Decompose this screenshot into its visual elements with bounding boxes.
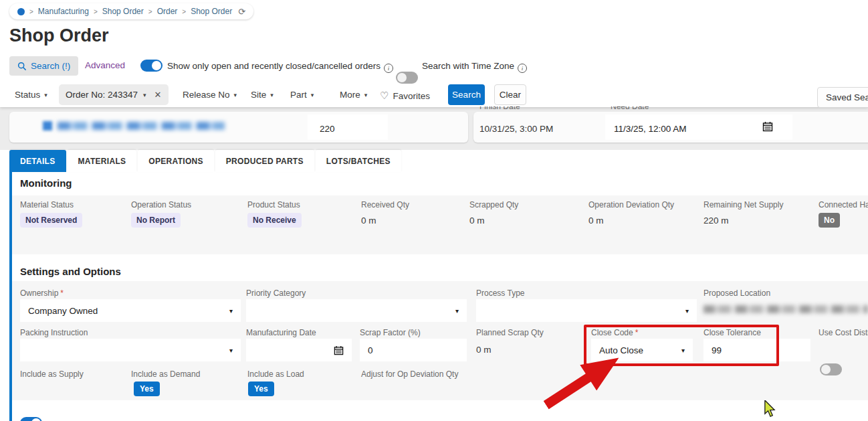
chevron-right-icon: > xyxy=(148,8,152,15)
tab-bar: DETAILS MATERIALS OPERATIONS PRODUCED PA… xyxy=(9,150,401,172)
calendar-icon[interactable] xyxy=(762,121,773,132)
breadcrumb-item-shop-order-2[interactable]: Shop Order xyxy=(191,7,232,16)
connected-handling-label: Connected Ha xyxy=(819,200,868,209)
toggle-knob xyxy=(397,73,407,82)
chevron-down-icon: ▾ xyxy=(234,92,237,98)
toggle-knob xyxy=(31,418,41,421)
info-icon[interactable]: i xyxy=(518,64,527,73)
app-logo-icon[interactable] xyxy=(17,8,25,15)
connected-handling-badge: No xyxy=(819,213,840,228)
clear-button[interactable]: Clear xyxy=(494,84,526,105)
chevron-down-icon: ▾ xyxy=(229,347,233,354)
chevron-down-icon: ▾ xyxy=(681,347,685,354)
chevron-down-icon: ▾ xyxy=(311,92,314,98)
filter-order-chip-label: Order No: 243347 xyxy=(66,90,138,100)
breadcrumb-item-manufacturing[interactable]: Manufacturing xyxy=(38,7,89,16)
toggle-knob xyxy=(152,61,161,70)
finish-date-label: Finish Date xyxy=(479,106,540,112)
operation-status-label: Operation Status xyxy=(131,200,191,209)
timezone-toggle-label: Search with Time Zonei xyxy=(422,61,527,73)
priority-category-select[interactable]: ▾ xyxy=(246,299,467,322)
filter-release-no-dropdown[interactable]: Release No▾ xyxy=(183,90,237,100)
filter-status-dropdown[interactable]: Status▾ xyxy=(15,90,47,100)
close-tolerance-label: Close Tolerance xyxy=(703,328,761,337)
finish-date-value: 10/31/25, 3:00 PM xyxy=(479,124,553,134)
saved-search-button[interactable]: Saved Search xyxy=(817,87,868,108)
adjust-op-deviation-label: Adjust for Op Deviation Qty xyxy=(361,369,458,379)
search-button[interactable]: Search xyxy=(448,84,485,105)
material-status-label: Material Status xyxy=(20,200,74,209)
include-as-demand-label: Include as Demand xyxy=(131,369,200,379)
remaining-net-supply-value: 220 m xyxy=(703,216,729,226)
filter-site-dropdown[interactable]: Site▾ xyxy=(251,90,274,100)
use-cost-distribution-toggle[interactable] xyxy=(820,363,842,375)
tab-lots-batches[interactable]: LOTS/BATCHES xyxy=(316,150,401,172)
breadcrumb-item-shop-order[interactable]: Shop Order xyxy=(102,7,144,16)
advanced-search-link[interactable]: Advanced xyxy=(85,60,125,70)
part-description-redacted[interactable] xyxy=(58,122,225,130)
operation-status-badge: No Report xyxy=(131,213,181,228)
filter-more-dropdown[interactable]: More▾ xyxy=(340,90,367,100)
tab-materials[interactable]: MATERIALS xyxy=(68,150,137,172)
breadcrumb-item-order[interactable]: Order xyxy=(157,7,178,16)
process-type-label: Process Type xyxy=(476,288,524,298)
close-code-select[interactable]: Auto Close▾ xyxy=(591,339,693,361)
open-orders-toggle[interactable] xyxy=(140,60,162,72)
operation-deviation-qty-value: 0 m xyxy=(588,216,604,226)
ownership-select[interactable]: Company Owned▾ xyxy=(20,299,241,322)
info-icon[interactable]: i xyxy=(384,64,393,73)
proposed-location-value-redacted[interactable] xyxy=(703,305,868,313)
chevron-down-icon[interactable]: ▾ xyxy=(143,92,146,98)
qty-value: 220 xyxy=(320,124,335,134)
need-date-label: Need Date xyxy=(611,106,671,112)
process-type-select[interactable]: ▾ xyxy=(476,299,697,322)
filter-order-chip[interactable]: Order No: 243347 ▾ ✕ xyxy=(59,84,169,105)
scrapped-qty-value: 0 m xyxy=(469,216,485,226)
tab-produced-parts[interactable]: PRODUCED PARTS xyxy=(215,150,314,172)
tab-details[interactable]: DETAILS xyxy=(9,150,66,172)
chevron-down-icon: ▾ xyxy=(270,92,274,98)
remaining-net-supply-label: Remaining Net Supply xyxy=(703,200,783,209)
heart-icon: ♡ xyxy=(380,90,389,102)
chevron-down-icon: ▾ xyxy=(44,92,47,98)
packing-instruction-label: Packing Instruction xyxy=(20,328,88,337)
planned-scrap-qty-label: Planned Scrap Qty xyxy=(476,328,544,337)
required-icon: * xyxy=(635,328,639,337)
close-tolerance-input[interactable]: 99 xyxy=(703,339,810,361)
operation-deviation-qty-label: Operation Deviation Qty xyxy=(588,200,674,209)
page-title: Shop Order xyxy=(9,25,109,46)
chevron-down-icon: ▾ xyxy=(229,307,233,315)
chevron-right-icon: > xyxy=(182,8,186,15)
packing-instruction-select[interactable]: ▾ xyxy=(20,339,241,361)
part-icon xyxy=(43,121,52,131)
calendar-icon[interactable] xyxy=(334,345,344,355)
planned-scrap-qty-value: 0 m xyxy=(476,345,492,355)
scrap-factor-input[interactable]: 0 xyxy=(360,339,467,361)
toggle-knob xyxy=(821,365,831,374)
include-as-supply-label: Include as Supply xyxy=(20,369,84,379)
received-qty-label: Received Qty xyxy=(361,200,409,209)
include-as-supply-toggle[interactable] xyxy=(20,417,42,421)
chevron-right-icon: > xyxy=(29,8,33,15)
filter-part-dropdown[interactable]: Part▾ xyxy=(290,90,314,100)
ownership-label: Ownership* xyxy=(20,288,64,298)
include-as-load-badge: Yes xyxy=(248,382,274,396)
proposed-location-label: Proposed Location xyxy=(703,288,770,298)
use-cost-distribution-label: Use Cost Distri xyxy=(819,328,868,337)
close-icon[interactable]: ✕ xyxy=(154,90,162,100)
timezone-toggle[interactable] xyxy=(396,72,418,84)
scrapped-qty-label: Scrapped Qty xyxy=(469,200,518,209)
manufacturing-date-field[interactable] xyxy=(246,339,352,361)
include-as-load-label: Include as Load xyxy=(247,369,304,379)
refresh-icon[interactable]: ⟳ xyxy=(238,7,245,17)
manufacturing-date-label: Manufacturing Date xyxy=(246,328,316,337)
product-status-label: Product Status xyxy=(247,200,300,209)
scrap-factor-label: Scrap Factor (%) xyxy=(360,328,421,337)
priority-category-label: Priority Category xyxy=(246,288,306,298)
chevron-down-icon: ▾ xyxy=(455,307,459,315)
chevron-down-icon: ▾ xyxy=(364,92,368,98)
required-icon: * xyxy=(60,288,64,298)
favorites-button[interactable]: ♡Favorites xyxy=(380,90,430,102)
search-panel-button[interactable]: Search (!) xyxy=(9,56,78,76)
tab-operations[interactable]: OPERATIONS xyxy=(138,150,213,172)
